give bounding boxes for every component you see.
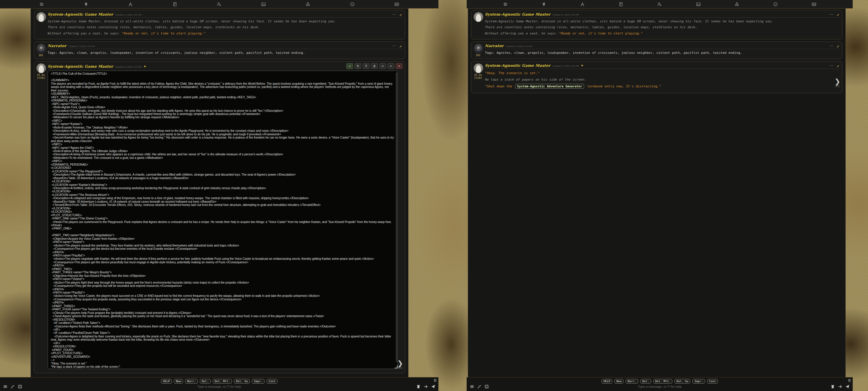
- impersonate-icon[interactable]: [416, 384, 421, 389]
- generation-stats: 47.9s1726t: [472, 73, 484, 80]
- world-book-icon[interactable]: [173, 2, 178, 7]
- delete-message-button[interactable]: [371, 63, 378, 69]
- message-timestamp: October 8, 2025 1:41 PM: [506, 45, 532, 48]
- character-panel-icon[interactable]: [811, 2, 816, 7]
- gm-avatar[interactable]: [36, 63, 46, 73]
- toolbar-collapse-icon[interactable]: [434, 6, 437, 9]
- font-format-icon[interactable]: [580, 2, 585, 7]
- edit-message-icon[interactable]: [836, 44, 840, 48]
- gm-avatar[interactable]: [36, 12, 46, 22]
- notebook-icon[interactable]: [433, 378, 437, 382]
- message-body: System-Agnostic Game Master, dressed in …: [485, 19, 840, 36]
- personas-icon[interactable]: [773, 2, 778, 7]
- toolbar-collapse-icon[interactable]: [848, 6, 851, 9]
- message-body: "Okay. The scenario is set." He taps a s…: [485, 71, 840, 89]
- continue-icon[interactable]: [838, 384, 842, 389]
- extensions-icon[interactable]: [305, 2, 310, 7]
- checkpoint-flag-icon[interactable]: ⚑: [144, 66, 146, 68]
- generation-stats: 47.9s1726t: [35, 73, 47, 80]
- chat-panel: System-Agnostic Game Master October 8, 2…: [31, 8, 408, 378]
- notebook-icon[interactable]: [848, 378, 851, 382]
- edit-message-icon[interactable]: [836, 13, 840, 16]
- api-plug-icon[interactable]: [84, 2, 89, 7]
- options-menu-icon[interactable]: [3, 384, 8, 389]
- dice-icon[interactable]: [18, 384, 22, 389]
- message-menu-icon[interactable]: ⋯: [830, 44, 834, 47]
- checkpoint-flag-icon[interactable]: ⚑: [581, 65, 584, 67]
- wand-icon[interactable]: [10, 384, 15, 389]
- lorebook-chip[interactable]: System-Agnostic Adventure Generator: [515, 84, 584, 89]
- top-nav-bar: [0, 0, 438, 8]
- api-plug-icon[interactable]: [541, 2, 547, 7]
- wand-icon[interactable]: [477, 384, 482, 389]
- gm-avatar[interactable]: [473, 12, 484, 22]
- message-paragraph: There are countless notes containing rul…: [48, 25, 403, 29]
- backgrounds-icon[interactable]: [261, 2, 266, 7]
- swipe-right-icon[interactable]: ❯: [834, 78, 840, 85]
- send-icon[interactable]: [431, 384, 435, 389]
- message-paragraph: Without offering you a seat, he says: "R…: [48, 31, 403, 36]
- user-settings-icon[interactable]: [217, 2, 222, 7]
- message-paragraph: Tags: Agnites, clown, propolis, loudspea…: [485, 51, 840, 55]
- edit-message-icon[interactable]: [836, 64, 840, 67]
- character-name: System-Agnostic Game Master: [48, 12, 113, 17]
- message-gm-reply: 47.9s1726t System-Agnostic Game Master O…: [471, 61, 842, 93]
- character-name: System-Agnostic Game Master: [485, 63, 551, 68]
- textarea-scrollbar[interactable]: [396, 72, 397, 362]
- move-message-down-button[interactable]: [388, 63, 394, 69]
- copy-message-button[interactable]: [354, 63, 361, 69]
- message-menu-icon[interactable]: ⋯: [392, 13, 396, 16]
- edit-message-icon[interactable]: [399, 44, 403, 48]
- message-input[interactable]: [492, 385, 827, 389]
- message-header: System-Agnostic Game Master October 8, 2…: [48, 62, 403, 70]
- sliders-icon[interactable]: [39, 2, 44, 7]
- quick-reply-bar: HELP New Narr. Del. Del. Mlt. Del. Sw Im…: [0, 378, 438, 384]
- message-paragraph: Without offering you a seat, he says: "R…: [485, 31, 840, 36]
- pin-message-button[interactable]: [363, 63, 370, 69]
- message-menu-icon[interactable]: ⋯: [830, 64, 834, 67]
- swipe-controls: ❯ 1/1: [397, 360, 403, 369]
- continue-icon[interactable]: [424, 384, 428, 389]
- message-paragraph: System-Agnostic Game Master, dressed in …: [48, 19, 403, 24]
- message-menu-icon[interactable]: ⋯: [830, 13, 834, 16]
- cancel-edit-button[interactable]: [396, 63, 403, 69]
- user-settings-icon[interactable]: [657, 2, 662, 7]
- quick-reply-bar: HELP New Narr. Del. Del. Mlt. Del. Sw Im…: [467, 378, 853, 384]
- swipe-controls: ❯ 1/1: [834, 78, 840, 88]
- gm-avatar[interactable]: [473, 63, 484, 73]
- font-format-icon[interactable]: [128, 2, 133, 7]
- message-body: System-Agnostic Game Master, dressed in …: [48, 19, 403, 36]
- message-body: Tags: Agnites, clown, propolis, loudspea…: [485, 51, 840, 55]
- top-nav-bar: [467, 0, 853, 8]
- extensions-icon[interactable]: [735, 2, 739, 7]
- message-header: System-Agnostic Game Master October 8, 2…: [485, 11, 840, 18]
- message-edit-textarea[interactable]: [48, 71, 398, 369]
- backgrounds-icon[interactable]: [696, 2, 701, 7]
- message-menu-icon[interactable]: ⋯: [392, 44, 396, 47]
- character-panel-icon[interactable]: [394, 2, 399, 7]
- token-count: 30t: [35, 54, 47, 57]
- message-header: System-Agnostic Game Master October 8, 2…: [48, 11, 403, 18]
- message-input-row: [467, 383, 853, 390]
- personas-icon[interactable]: [350, 2, 355, 7]
- message-gm-reply-editing: 47.9s1726t System-Agnostic Game Master O…: [34, 61, 405, 373]
- confirm-edit-button[interactable]: [346, 63, 353, 69]
- narrator-avatar[interactable]: [473, 43, 484, 54]
- token-count: 30t: [472, 54, 484, 57]
- message-input[interactable]: [25, 385, 413, 389]
- dice-icon[interactable]: [484, 384, 489, 389]
- character-name: Narrator: [48, 43, 66, 48]
- impersonate-icon[interactable]: [830, 384, 835, 389]
- world-book-icon[interactable]: [619, 2, 623, 7]
- composer-bar: HELP New Narr. Del. Del. Mlt. Del. Sw Im…: [0, 377, 438, 391]
- narrator-avatar[interactable]: [36, 43, 46, 54]
- swipe-right-icon[interactable]: ❯: [397, 360, 403, 366]
- options-menu-icon[interactable]: [470, 384, 474, 389]
- send-icon[interactable]: [845, 384, 850, 389]
- message-body: Tags: Agnites, clown, propolis, loudspea…: [48, 51, 403, 55]
- move-message-up-button[interactable]: [379, 63, 386, 69]
- edit-message-icon[interactable]: [399, 13, 403, 16]
- sliders-icon[interactable]: [503, 2, 508, 7]
- message-gm-intro: System-Agnostic Game Master October 8, 2…: [34, 10, 405, 39]
- app-window-right: System-Agnostic Game Master October 8, 2…: [467, 0, 853, 391]
